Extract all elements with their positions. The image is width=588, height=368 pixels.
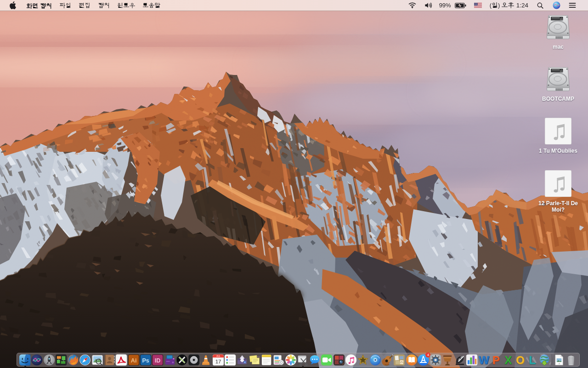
svg-text:JUL: JUL: [216, 355, 220, 357]
svg-text:Plan: Plan: [256, 356, 260, 358]
svg-text:Ps: Ps: [142, 357, 149, 363]
svg-text:17: 17: [215, 358, 221, 364]
svg-text:Ai: Ai: [130, 357, 136, 363]
svg-text:ID: ID: [155, 357, 161, 363]
svg-text:@: @: [244, 361, 246, 363]
